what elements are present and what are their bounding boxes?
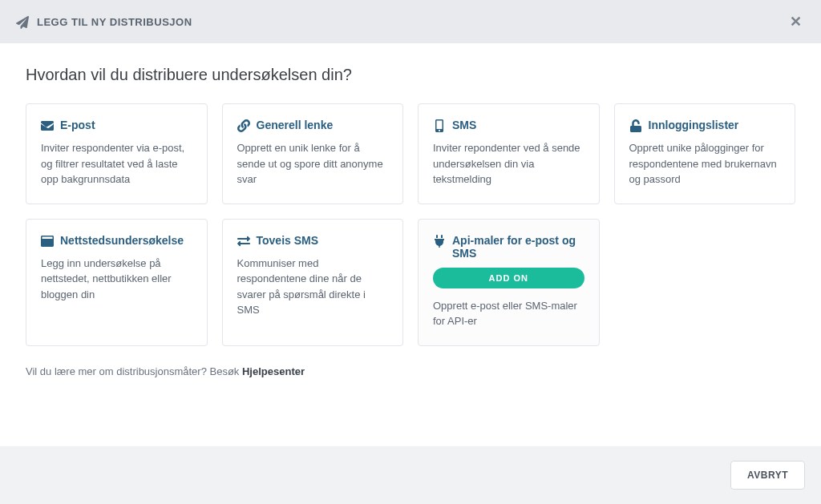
card-title: SMS [452, 119, 476, 131]
envelope-icon [41, 119, 54, 132]
card-desc: Opprett e-post eller SMS-maler for API-e… [433, 298, 584, 329]
plug-icon [433, 234, 446, 248]
cancel-button[interactable]: AVBRYT [730, 461, 805, 490]
exchange-icon [237, 234, 250, 248]
card-desc: Kommuniser med respondentene dine når de… [237, 256, 389, 318]
card-desc: Legg inn undersøkelse på nettstedet, net… [41, 256, 192, 303]
link-icon [237, 119, 250, 132]
card-grid: E-post Inviter respondenter via e-post, … [26, 103, 795, 346]
card-title: Api-maler for e-post og SMS [452, 234, 584, 260]
card-link[interactable]: Generell lenke Opprett en unik lenke for… [222, 103, 404, 204]
card-login[interactable]: Innloggingslister Opprett unike påloggin… [614, 103, 796, 204]
card-header: Nettstedsundersøkelse [41, 234, 192, 248]
card-header: Innloggingslister [629, 119, 781, 132]
card-title: Innloggingslister [649, 119, 739, 131]
card-api-templates[interactable]: Api-maler for e-post og SMS ADD ON Oppre… [418, 219, 600, 346]
modal-header: LEGG TIL NY DISTRIBUSJON ✕ [0, 0, 821, 43]
addon-badge: ADD ON [433, 268, 584, 288]
card-desc: Opprett unike pålogginger for respondent… [629, 140, 781, 187]
mobile-icon [433, 119, 446, 132]
card-desc: Inviter respondenter via e-post, og filt… [41, 140, 192, 187]
card-title: Nettstedsundersøkelse [60, 234, 184, 247]
card-header: SMS [433, 119, 584, 132]
card-title: E-post [60, 119, 95, 131]
help-text: Vil du lære mer om distribusjonsmåter? B… [26, 365, 242, 377]
modal-body: Hvordan vil du distribuere undersøkelsen… [0, 43, 821, 393]
card-title: Toveis SMS [257, 234, 319, 247]
modal-footer: AVBRYT [0, 446, 821, 504]
card-desc: Opprett en unik lenke for å sende ut og … [237, 140, 389, 187]
window-icon [41, 234, 54, 248]
unlock-icon [629, 119, 642, 132]
modal-title: LEGG TIL NY DISTRIBUSJON [37, 16, 192, 28]
card-header: Generell lenke [237, 119, 389, 132]
card-title: Generell lenke [257, 119, 334, 131]
question-heading: Hvordan vil du distribuere undersøkelsen… [26, 66, 795, 84]
paper-plane-icon [16, 15, 29, 29]
help-center-link[interactable]: Hjelpesenter [242, 365, 305, 377]
card-email[interactable]: E-post Inviter respondenter via e-post, … [26, 103, 208, 204]
close-icon: ✕ [790, 14, 802, 30]
close-button[interactable]: ✕ [787, 13, 805, 30]
help-text-row: Vil du lære mer om distribusjonsmåter? B… [26, 365, 795, 377]
card-twoway-sms[interactable]: Toveis SMS Kommuniser med respondentene … [222, 219, 404, 346]
card-sms[interactable]: SMS Inviter repondenter ved å sende unde… [418, 103, 600, 204]
card-desc: Inviter repondenter ved å sende undersøk… [433, 140, 584, 187]
modal-header-left: LEGG TIL NY DISTRIBUSJON [16, 15, 192, 29]
card-header: Api-maler for e-post og SMS [433, 234, 584, 260]
card-website[interactable]: Nettstedsundersøkelse Legg inn undersøke… [26, 219, 208, 346]
card-header: Toveis SMS [237, 234, 389, 248]
card-header: E-post [41, 119, 192, 132]
